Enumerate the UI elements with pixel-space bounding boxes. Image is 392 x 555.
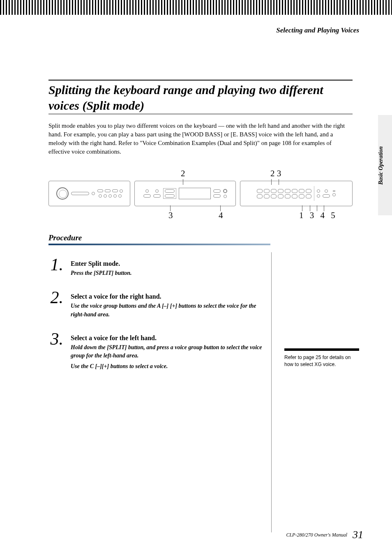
note-bar bbox=[284, 348, 359, 351]
title-top-rule bbox=[48, 80, 353, 81]
step-number: 3. bbox=[48, 330, 63, 371]
dot-icon bbox=[92, 192, 95, 195]
step-title: Enter Split mode. bbox=[71, 260, 270, 267]
procedure-heading: Procedure bbox=[48, 233, 359, 242]
manual-title: CLP-280/270 Owner's Manual bbox=[286, 532, 347, 538]
callout-2-top: 2 bbox=[181, 168, 185, 179]
step-instruction: Press the [SPLIT] button. bbox=[71, 269, 270, 277]
callout-4-bottom: 4 bbox=[219, 210, 223, 221]
procedure-rule bbox=[48, 244, 270, 245]
boxed-buttons-icon bbox=[163, 188, 176, 199]
callout-row-top: 2 2 3 bbox=[48, 168, 353, 181]
intro-paragraph: Split mode enables you to play two diffe… bbox=[48, 122, 353, 156]
callout-23-top: 2 3 bbox=[270, 168, 281, 179]
step-3: 3. Select a voice for the left hand. Hol… bbox=[48, 330, 270, 371]
panel-segment-center bbox=[134, 181, 236, 206]
step-title: Select a voice for the left hand. bbox=[71, 334, 270, 342]
step-number: 2. bbox=[48, 289, 63, 319]
panel-diagram: 2 2 3 bbox=[48, 168, 353, 219]
page-title: Splitting the keyboard range and playing… bbox=[48, 82, 353, 114]
barcode-decoration bbox=[0, 0, 392, 15]
step-title: Select a voice for the right hand. bbox=[71, 293, 270, 300]
vertical-divider bbox=[271, 252, 272, 532]
step-instruction-2: Use the C [–][+] buttons to select a voi… bbox=[71, 362, 270, 371]
callout-3-bottom: 3 bbox=[168, 210, 173, 221]
side-tab: Basic Operation bbox=[378, 115, 392, 215]
sidebar-note: Refer to page 25 for details on how to s… bbox=[284, 348, 359, 368]
step-2: 2. Select a voice for the right hand. Us… bbox=[48, 289, 270, 319]
page-number: 31 bbox=[353, 529, 363, 541]
callout-1345-bottom: 1 3 4 5 bbox=[299, 210, 337, 221]
voice-buttons-grid-icon bbox=[257, 189, 311, 198]
callout-row-bottom: 3 4 1 3 4 5 bbox=[48, 206, 353, 219]
panel-segment-right bbox=[240, 181, 353, 206]
step-1: 1. Enter Split mode. Press the [SPLIT] b… bbox=[48, 256, 270, 277]
step-instruction: Use the voice group buttons and the A [–… bbox=[71, 302, 270, 319]
display-screen-icon bbox=[179, 188, 211, 199]
note-text: Refer to page 25 for details on how to s… bbox=[284, 354, 359, 368]
section-header: Selecting and Playing Voices bbox=[0, 15, 392, 35]
step-instruction: Hold down the [SPLIT] button, and press … bbox=[71, 343, 270, 360]
page-footer: CLP-280/270 Owner's Manual 31 bbox=[286, 529, 363, 541]
panel-segment-left bbox=[48, 181, 130, 206]
step-number: 1. bbox=[48, 256, 63, 277]
procedure-steps: 1. Enter Split mode. Press the [SPLIT] b… bbox=[48, 256, 270, 371]
slider-icon bbox=[71, 192, 89, 195]
control-panel bbox=[48, 181, 353, 206]
side-tab-label: Basic Operation bbox=[378, 146, 384, 185]
volume-knob-icon bbox=[56, 187, 69, 200]
